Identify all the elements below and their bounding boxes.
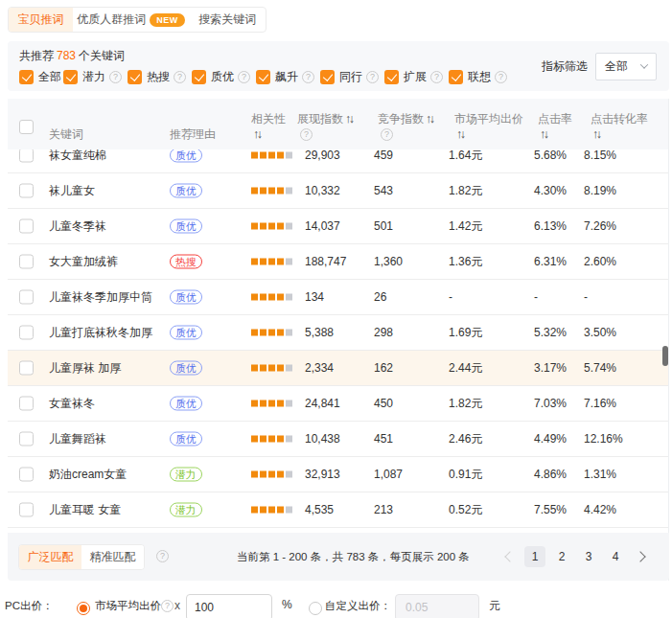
tab-2[interactable]: 优质人群推词NEW xyxy=(73,8,190,32)
relevance-block-on xyxy=(277,259,284,265)
page-button-4[interactable]: 4 xyxy=(605,546,626,567)
row-checkbox[interactable] xyxy=(19,149,34,163)
avg-bid-radio[interactable] xyxy=(77,602,90,615)
select-all-checkbox[interactable] xyxy=(19,120,34,134)
times-sign: x xyxy=(174,599,180,612)
next-page-button[interactable]: › xyxy=(632,546,653,567)
table-row[interactable]: 女童袜冬质优24,8414501.82元7.03%7.16% xyxy=(8,386,669,422)
table-row[interactable]: 儿童厚袜 加厚质优2,3341622.44元3.17%5.74% xyxy=(8,351,669,386)
column-header-ctr[interactable]: 点击率 ↑↓ xyxy=(538,111,572,142)
table-row[interactable]: 儿童打底袜秋冬加厚质优5,3882981.69元5.32%3.50% xyxy=(8,315,669,351)
column-header-cvr[interactable]: 点击转化率 ↑↓ xyxy=(591,111,648,142)
column-header-relevance[interactable]: 相关性 ↑↓ xyxy=(251,111,286,142)
help-icon[interactable]: ? xyxy=(430,71,443,83)
table-row[interactable]: 儿童袜冬季加厚中筒质优13426--- xyxy=(8,280,669,315)
filter-item-飙升[interactable]: 飙升? xyxy=(256,69,314,85)
row-checkbox[interactable] xyxy=(19,255,34,269)
avg-bid-option-label[interactable]: 市场平均出价 xyxy=(95,599,161,613)
table-row[interactable]: 袜女童纯棉质优29,9034591.64元5.68%8.15% xyxy=(8,149,669,173)
column-header-avg-bid[interactable]: 市场平均出价 ↑↓ xyxy=(454,111,523,142)
keyword-cell: 女大童加绒裤 xyxy=(49,254,118,270)
filter-item-同行[interactable]: 同行? xyxy=(320,69,379,85)
help-icon[interactable]: ? xyxy=(381,128,393,141)
row-checkbox[interactable] xyxy=(19,468,34,482)
column-header-competition[interactable]: 竞争指数↑↓ ? xyxy=(378,111,433,142)
prev-page-button[interactable]: ‹ xyxy=(498,546,519,567)
checkbox-checked[interactable] xyxy=(384,70,399,84)
relevance-cell xyxy=(251,365,294,372)
checkbox-checked[interactable] xyxy=(449,70,463,84)
checkbox-checked[interactable] xyxy=(256,70,270,84)
filter-item-潜力[interactable]: 潜力? xyxy=(63,69,122,85)
filter-panel: 共推荐783个关键词 全部潜力?热搜?质优?飙升?同行?扩展?联想? 指标筛选 … xyxy=(8,41,669,91)
metric-filter-select[interactable]: 全部 xyxy=(595,53,657,80)
page-button-3[interactable]: 3 xyxy=(578,546,599,567)
competition-cell: 451 xyxy=(374,432,393,446)
row-checkbox[interactable] xyxy=(19,397,34,411)
help-icon[interactable]: ? xyxy=(495,71,507,83)
help-icon[interactable]: ? xyxy=(238,71,250,83)
help-icon[interactable]: ? xyxy=(156,550,169,562)
row-checkbox[interactable] xyxy=(19,219,34,234)
sort-icon[interactable]: ↑↓ xyxy=(591,127,600,141)
checkbox-checked[interactable] xyxy=(127,70,142,84)
tab-3[interactable]: 搜索关键词 xyxy=(189,8,266,32)
avg-bid-cell: 2.46元 xyxy=(449,431,482,447)
filter-item-label: 潜力 xyxy=(82,69,105,85)
sort-icon[interactable]: ↑↓ xyxy=(538,127,547,141)
match-button-2[interactable]: 精准匹配 xyxy=(81,545,144,569)
custom-bid-radio[interactable] xyxy=(309,602,322,615)
relevance-block-on xyxy=(260,188,266,195)
row-checkbox[interactable] xyxy=(19,290,34,305)
checkbox-checked[interactable] xyxy=(19,70,34,84)
page-button-2[interactable]: 2 xyxy=(551,546,572,567)
impression-cell: 24,841 xyxy=(305,397,340,410)
column-header-impression[interactable]: 展现指数↑↓ ? xyxy=(297,111,353,142)
sort-icon[interactable]: ↑↓ xyxy=(424,112,433,126)
help-icon[interactable]: ? xyxy=(174,71,186,83)
filter-item-热搜[interactable]: 热搜? xyxy=(127,69,186,85)
custom-bid-input[interactable] xyxy=(395,594,479,618)
match-button-1[interactable]: 广泛匹配 xyxy=(19,545,81,569)
table-row[interactable]: 奶油cream女童潜力32,9131,0870.91元4.86%1.31% xyxy=(8,457,669,492)
checkbox-checked[interactable] xyxy=(63,70,78,84)
table-row[interactable]: 儿童舞蹈袜质优10,4384512.46元4.49%12.16% xyxy=(8,422,669,457)
checkbox-checked[interactable] xyxy=(192,70,206,84)
help-icon[interactable]: ? xyxy=(366,71,379,83)
filter-item-全部[interactable]: 全部 xyxy=(19,69,61,85)
impression-cell: 5,388 xyxy=(305,326,334,339)
table-row[interactable]: 儿童冬季袜质优14,0375011.42元6.13%7.26% xyxy=(8,209,669,244)
row-checkbox[interactable] xyxy=(19,326,34,340)
tab-1[interactable]: 宝贝推词 xyxy=(9,8,73,32)
table-row[interactable]: 儿童耳暖 女童潜力4,5352130.52元7.55%4.42% xyxy=(8,492,669,528)
row-checkbox[interactable] xyxy=(19,361,34,376)
custom-bid-option-label[interactable]: 自定义出价： xyxy=(325,599,391,613)
page-button-1[interactable]: 1 xyxy=(524,546,545,567)
row-checkbox[interactable] xyxy=(19,432,34,446)
relevance-block-on xyxy=(251,507,258,514)
reason-cell: 质优 xyxy=(170,361,202,376)
sort-icon[interactable]: ↑↓ xyxy=(251,127,261,141)
filter-item-扩展[interactable]: 扩展? xyxy=(384,69,443,85)
filter-item-联想[interactable]: 联想? xyxy=(449,69,507,85)
checkbox-checked[interactable] xyxy=(320,70,335,84)
sort-icon[interactable]: ↑↓ xyxy=(454,127,464,141)
help-icon[interactable]: ? xyxy=(109,71,122,83)
table-row[interactable]: 袜儿童女质优10,3325431.82元4.30%8.19% xyxy=(8,173,669,209)
help-icon[interactable]: ? xyxy=(302,71,314,83)
reason-badge: 质优 xyxy=(170,361,202,376)
avg-bid-cell: 1.82元 xyxy=(449,183,482,199)
pc-bid-section: PC出价： 市场平均出价 ? x % 自定义出价： 元 xyxy=(0,587,672,618)
help-icon[interactable]: ? xyxy=(161,600,174,612)
bid-percent-input[interactable] xyxy=(186,594,272,618)
impression-cell: 188,747 xyxy=(305,255,346,268)
row-checkbox[interactable] xyxy=(19,184,34,198)
table-body: 袜女童纯棉质优29,9034591.64元5.68%8.15%袜儿童女质优10,… xyxy=(8,149,669,533)
reason-badge: 质优 xyxy=(170,326,202,340)
filter-item-质优[interactable]: 质优? xyxy=(192,69,250,85)
sort-icon[interactable]: ↑↓ xyxy=(343,112,353,126)
help-icon[interactable]: ? xyxy=(300,128,313,141)
competition-cell: 298 xyxy=(374,326,393,339)
row-checkbox[interactable] xyxy=(19,503,34,517)
table-row[interactable]: 女大童加绒裤热搜188,7471,3601.36元6.31%2.60% xyxy=(8,244,669,280)
